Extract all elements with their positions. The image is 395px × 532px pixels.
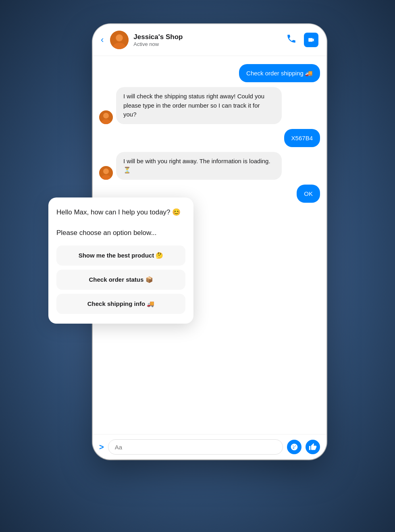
bubble-out-2: X567B4 bbox=[284, 129, 320, 147]
chat-header: ‹ Jessica's Shop Active now bbox=[93, 24, 326, 56]
bubble-in-2: I will be with you right away. The infor… bbox=[116, 152, 282, 180]
shop-name: Jessica's Shop bbox=[133, 33, 281, 41]
bot-avatar-2 bbox=[99, 166, 113, 180]
bubble-out-3: OK bbox=[297, 185, 320, 203]
message-in-1: I will check the shipping status right a… bbox=[99, 87, 320, 124]
popup-option-3[interactable]: Check shipping info 🚚 bbox=[56, 294, 185, 314]
back-button[interactable]: ‹ bbox=[101, 35, 104, 45]
message-out-2: X567B4 bbox=[99, 129, 320, 147]
svg-point-3 bbox=[116, 35, 123, 41]
like-button[interactable] bbox=[306, 440, 320, 454]
phone-container: ‹ Jessica's Shop Active now bbox=[60, 24, 335, 488]
header-actions bbox=[286, 33, 318, 47]
message-out-1: Check order shipping 🚚 bbox=[99, 64, 320, 82]
svg-point-5 bbox=[103, 113, 109, 118]
popup-option-2[interactable]: Check order status 📦 bbox=[56, 270, 185, 290]
video-call-button[interactable] bbox=[304, 33, 318, 47]
svg-point-8 bbox=[103, 168, 109, 174]
popup-option-1[interactable]: Show me the best product 🤔 bbox=[56, 245, 185, 266]
expand-button[interactable]: > bbox=[99, 443, 104, 452]
popup-greeting: Hello Max, how can I help you today? 😊Pl… bbox=[56, 207, 185, 238]
message-input[interactable] bbox=[108, 439, 283, 455]
bubble-out-1: Check order shipping 🚚 bbox=[239, 64, 320, 82]
call-button[interactable] bbox=[286, 33, 297, 46]
input-area: > bbox=[93, 434, 326, 459]
popup-card: Hello Max, how can I help you today? 😊Pl… bbox=[48, 197, 193, 324]
bubble-in-1: I will check the shipping status right a… bbox=[116, 87, 282, 124]
message-in-2: I will be with you right away. The infor… bbox=[99, 152, 320, 180]
header-info: Jessica's Shop Active now bbox=[133, 33, 281, 47]
shop-avatar bbox=[110, 31, 129, 49]
bot-avatar-1 bbox=[99, 110, 113, 124]
emoji-button[interactable] bbox=[287, 440, 301, 454]
shop-status: Active now bbox=[133, 41, 281, 47]
